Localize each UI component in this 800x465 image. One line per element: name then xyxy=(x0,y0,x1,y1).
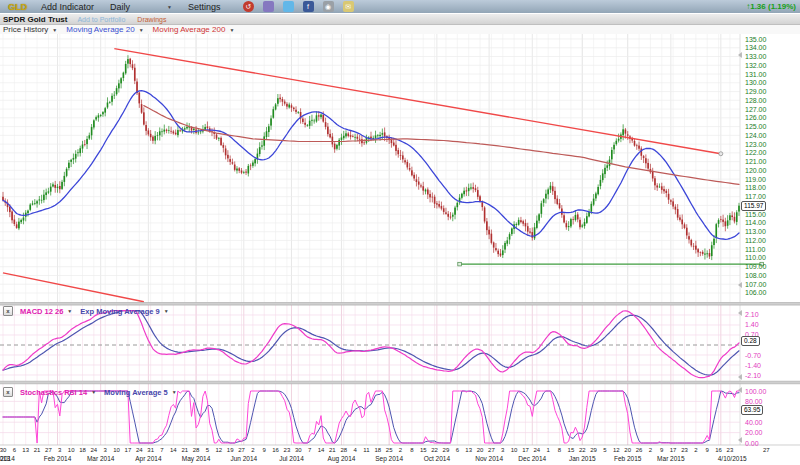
macd-close-button[interactable]: x xyxy=(3,306,13,316)
settings-button[interactable]: Settings xyxy=(188,2,221,12)
stoch-ma-label[interactable]: Moving Average 5 xyxy=(104,388,168,397)
macd-signal-label[interactable]: Exp Moving Average 9 xyxy=(80,307,159,316)
stoch-close-button[interactable]: x xyxy=(3,387,13,397)
last-price-badge: 115.97 xyxy=(741,201,766,211)
ma200-dropdown[interactable]: Moving Average 200▼ xyxy=(153,25,241,34)
stoch-pane-header: x Stochastics RSI 14 ▼ Moving Average 5 … xyxy=(3,387,177,397)
symbol-label: GLD xyxy=(8,2,27,12)
chevron-down-icon: ▼ xyxy=(67,308,72,314)
chevron-down-icon: ▼ xyxy=(164,308,169,314)
chevron-down-icon: ▼ xyxy=(52,27,57,33)
add-indicator-button[interactable]: Add Indicator xyxy=(41,2,94,12)
stoch-indicator-label[interactable]: Stochastics RSI 14 xyxy=(20,388,87,397)
history-icon[interactable]: ↺ xyxy=(243,1,254,12)
camera-icon[interactable]: ◉ xyxy=(323,1,334,12)
mail-icon[interactable]: ✉ xyxy=(343,1,354,12)
chevron-down-icon: ▼ xyxy=(172,389,177,395)
instrument-title: SPDR Gold Trust xyxy=(3,15,67,24)
chevron-down-icon: ▼ xyxy=(139,27,144,33)
change-value: 1.36 (1.19%) xyxy=(750,2,796,11)
period-label: Daily xyxy=(110,2,130,12)
chevron-down-icon: ▼ xyxy=(229,27,234,33)
macd-indicator-label[interactable]: MACD 12 26 xyxy=(20,307,63,316)
chevron-down-icon: ▼ xyxy=(91,389,96,395)
legend-bar: Price History▼ Moving Average 20▼ Moving… xyxy=(0,25,800,34)
subbar: SPDR Gold Trust Add to Portfolio Drawing… xyxy=(0,14,800,25)
toolbar-icons: ↺f◉✉ xyxy=(243,1,363,12)
price-history-dropdown[interactable]: Price History▼ xyxy=(3,25,63,34)
stoch-value-badge: 63.95 xyxy=(741,405,763,415)
price-history-label: Price History xyxy=(3,25,48,34)
cube-icon[interactable] xyxy=(263,1,274,12)
drawings-link[interactable]: Drawings xyxy=(137,16,166,23)
titlebar: GLD Add Indicator Daily ▼ Settings ↺f◉✉ … xyxy=(0,0,800,13)
ma20-label: Moving Average 20 xyxy=(66,25,134,34)
ma200-label: Moving Average 200 xyxy=(153,25,226,34)
chart-canvas[interactable] xyxy=(0,34,800,465)
facebook-icon[interactable]: f xyxy=(303,1,314,12)
charting-app: GLD Add Indicator Daily ▼ Settings ↺f◉✉ … xyxy=(0,0,800,465)
chevron-down-icon: ▼ xyxy=(167,4,172,10)
add-to-portfolio-link[interactable]: Add to Portfolio xyxy=(77,16,125,23)
twitter-icon[interactable] xyxy=(283,1,294,12)
macd-value-badge: 0.28 xyxy=(741,336,760,346)
ma20-dropdown[interactable]: Moving Average 20▼ xyxy=(66,25,149,34)
price-change: ↑1.36 (1.19%) xyxy=(746,2,796,11)
macd-pane-header: x MACD 12 26 ▼ Exp Moving Average 9 ▼ xyxy=(3,306,169,316)
period-dropdown[interactable]: Daily ▼ xyxy=(110,2,172,12)
